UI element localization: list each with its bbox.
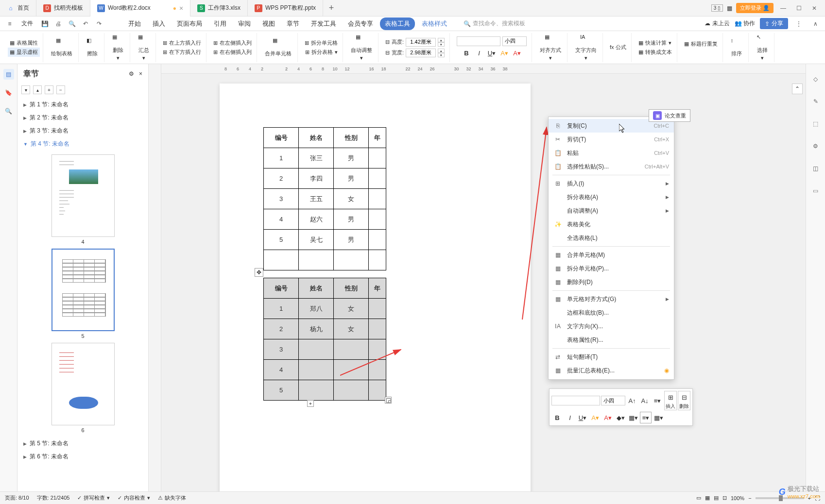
- thumb-4[interactable]: ━━━━━━━━━━━━━━━━━━━━ ━━━━━━━━━━━━━━━━━━━…: [52, 154, 115, 237]
- insert-below[interactable]: ⊞ 在下方插入行: [161, 48, 203, 57]
- insert-right[interactable]: ⊞ 在右侧插入列: [211, 48, 254, 57]
- eraser[interactable]: ◧擦除: [84, 35, 101, 59]
- file-menu[interactable]: 文件: [17, 17, 37, 30]
- menu-table-tools[interactable]: 表格工具: [380, 17, 415, 30]
- bold-button[interactable]: B: [461, 48, 472, 59]
- table-cell[interactable]: 男: [334, 209, 369, 230]
- table-cell[interactable]: [369, 319, 386, 339]
- table-cell[interactable]: 3: [264, 189, 299, 209]
- menu-layout[interactable]: 页面布局: [172, 17, 207, 30]
- ctx-paste[interactable]: 📋粘贴Ctrl+V: [549, 146, 674, 160]
- table-cell[interactable]: 李四: [299, 168, 334, 189]
- ctx-batch[interactable]: ▦批量汇总表格(E)...◉: [549, 364, 674, 377]
- nav-item-6[interactable]: ▶第 6 节: 未命名: [17, 450, 148, 463]
- table-cell[interactable]: 3: [264, 339, 299, 360]
- height-input[interactable]: [406, 38, 436, 47]
- table-header[interactable]: 年: [369, 128, 386, 148]
- maximize-button[interactable]: ☐: [793, 2, 805, 14]
- highlight-button[interactable]: A▾: [499, 48, 510, 59]
- table-properties[interactable]: ▦ 表格属性: [8, 38, 40, 48]
- nav-collapse-icon[interactable]: ▾: [21, 85, 30, 94]
- merge-cells[interactable]: ▦合并单元格: [262, 35, 294, 59]
- layers-icon[interactable]: ◫: [810, 163, 821, 174]
- table-cell[interactable]: 张三: [299, 148, 334, 168]
- float-fill[interactable]: ◆▾: [615, 412, 626, 423]
- page-indicator[interactable]: 页面: 8/10: [5, 494, 29, 502]
- table-cell[interactable]: [369, 148, 386, 168]
- table-cell[interactable]: 2: [264, 319, 299, 339]
- menu-review[interactable]: 审阅: [233, 17, 256, 30]
- table-cell[interactable]: 男: [334, 168, 369, 189]
- table-cell[interactable]: 杨九: [299, 319, 334, 339]
- table-cell[interactable]: [369, 299, 386, 319]
- table-cell[interactable]: 郑八: [299, 299, 334, 319]
- width-up[interactable]: ▴: [438, 49, 445, 53]
- diamond-icon[interactable]: ◇: [810, 74, 821, 84]
- col-width[interactable]: ⊟ 宽度: ▴▾: [383, 48, 447, 58]
- app-grid-icon[interactable]: ▦: [727, 5, 732, 12]
- nav-expand-icon[interactable]: ▴: [33, 85, 42, 94]
- insert-left[interactable]: ⊞ 在左侧插入列: [211, 38, 254, 48]
- ctx-merge[interactable]: ▦合并单元格(M): [549, 248, 674, 262]
- menu-view[interactable]: 视图: [258, 17, 280, 30]
- thumb-6[interactable]: ━━━━━━━━━━━━━━━━━━━━━━━━━━━━━━━━━━━━━━━━…: [52, 343, 115, 425]
- missing-fonts[interactable]: ⚠ 缺失字体: [158, 494, 186, 502]
- insert-above[interactable]: ⊞ 在上方插入行: [161, 38, 203, 48]
- scroll-top-button[interactable]: ⌃: [792, 84, 803, 94]
- cloud-status[interactable]: ☁ 未上云: [705, 19, 729, 28]
- line-spacing-icon[interactable]: ≡▾: [652, 395, 663, 406]
- pen-icon[interactable]: ✎: [810, 96, 821, 107]
- table-cell[interactable]: [299, 250, 334, 270]
- print-icon[interactable]: 🖨: [52, 18, 64, 30]
- height-down[interactable]: ▾: [438, 42, 445, 47]
- table-cell[interactable]: [334, 250, 369, 270]
- ctx-border[interactable]: 边框和底纹(B)...: [549, 306, 674, 319]
- ctx-table-props[interactable]: 表格属性(R)...: [549, 333, 674, 347]
- thumb-5[interactable]: [52, 249, 115, 331]
- new-tab-button[interactable]: +: [323, 3, 340, 13]
- menu-table-style[interactable]: 表格样式: [417, 17, 452, 30]
- float-highlight[interactable]: A▾: [589, 412, 601, 423]
- view-mode-icon[interactable]: 3 ▯: [711, 4, 723, 12]
- preview-icon[interactable]: 🔍: [66, 18, 78, 30]
- italic-button[interactable]: I: [474, 48, 484, 59]
- view-mode-page[interactable]: ▭: [696, 495, 701, 501]
- table-cell[interactable]: [369, 250, 386, 270]
- nav-settings-icon[interactable]: ⚙: [129, 70, 134, 77]
- row-height[interactable]: ⊟ 高度: ▴▾: [383, 37, 447, 48]
- table-cell[interactable]: 2: [264, 168, 299, 189]
- close-icon[interactable]: ×: [179, 4, 183, 12]
- increase-font-icon[interactable]: A↑: [626, 395, 638, 406]
- quick-calc[interactable]: ▦ 快速计算▾: [636, 38, 673, 48]
- login-button[interactable]: 立即登录👤: [736, 3, 773, 13]
- thesischeck-callout[interactable]: ▣ 论文查重: [649, 109, 690, 122]
- summary-btn[interactable]: ▦汇总▾: [135, 32, 153, 63]
- tab-ppt[interactable]: PWPS PPT教程.pptx: [248, 0, 323, 17]
- ctx-del-col[interactable]: ▦删除列(D): [549, 275, 674, 289]
- table-cell[interactable]: [264, 250, 299, 270]
- tab-home[interactable]: ⌂首页: [0, 0, 36, 17]
- float-insert-icon[interactable]: ⊞: [665, 391, 676, 403]
- table-cell[interactable]: 女: [334, 319, 369, 339]
- width-input[interactable]: [406, 49, 436, 57]
- table-cell[interactable]: [299, 339, 334, 360]
- table-cell[interactable]: 4: [264, 209, 299, 230]
- table-cell[interactable]: [369, 230, 386, 250]
- table-cell[interactable]: [334, 339, 369, 360]
- table-cell[interactable]: [299, 360, 334, 380]
- collab-button[interactable]: 👥 协作: [735, 19, 755, 28]
- table-cell[interactable]: 女: [334, 189, 369, 209]
- table-cell[interactable]: 1: [264, 299, 299, 319]
- float-merge[interactable]: ▦▾: [653, 412, 664, 423]
- table-cell[interactable]: [334, 360, 369, 380]
- table-cell[interactable]: 5: [264, 230, 299, 250]
- table-move-handle[interactable]: ✥: [255, 268, 263, 277]
- close-button[interactable]: ✕: [808, 2, 820, 14]
- ctx-split-table[interactable]: 拆分表格(A)▶: [549, 190, 674, 204]
- table-header[interactable]: 姓名: [299, 128, 334, 148]
- underline-button[interactable]: U▾: [486, 48, 497, 59]
- hamburger-icon[interactable]: ≡: [4, 18, 16, 30]
- font-color-button[interactable]: A▾: [512, 48, 522, 59]
- document-area[interactable]: 86422468101216182224263032343638 ✥ 编号姓名性…: [161, 64, 806, 491]
- table-cell[interactable]: [369, 360, 386, 380]
